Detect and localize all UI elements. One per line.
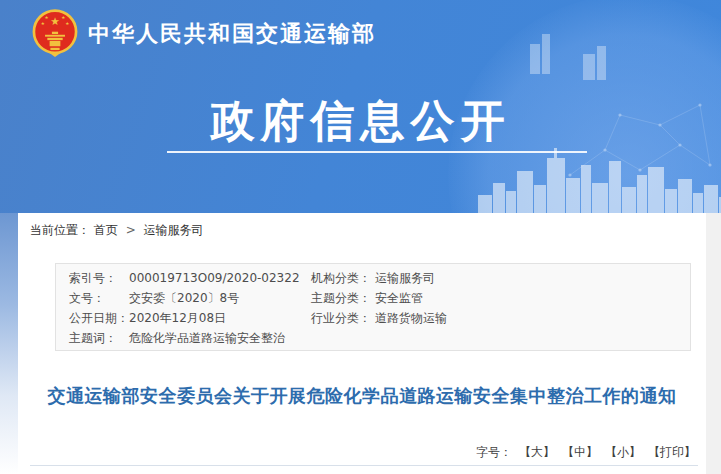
left-gradient-strip xyxy=(0,213,18,474)
meta-label: 主题词： xyxy=(56,329,129,348)
title-underline xyxy=(167,151,587,153)
svg-text:★: ★ xyxy=(45,15,49,20)
font-size-medium-button[interactable]: 【中】 xyxy=(562,445,598,459)
meta-value: 000019713O09/2020-02322 xyxy=(129,269,311,288)
meta-row: 索引号： 000019713O09/2020-02322 机构分类： 运输服务司 xyxy=(56,269,690,288)
print-button[interactable]: 【打印】 xyxy=(648,445,696,459)
breadcrumb-home-link[interactable]: 首页 xyxy=(94,223,118,237)
meta-label: 公开日期： xyxy=(56,309,129,328)
meta-value: 2020年12月08日 xyxy=(129,309,311,328)
meta-label: 主题分类： xyxy=(311,289,375,308)
meta-row: 文号： 交安委〔2020〕8号 主题分类： 安全监管 xyxy=(56,289,690,308)
meta-label: 文号： xyxy=(56,289,129,308)
meta-value: 道路货物运输 xyxy=(375,309,690,328)
scrollbar-track[interactable] xyxy=(706,213,721,474)
meta-label: 机构分类： xyxy=(311,269,375,288)
page-title: 政府信息公开 xyxy=(0,92,721,151)
bottom-divider xyxy=(30,465,698,466)
site-banner: ★ ★ ★ ★ ★ 中华人民共和国交通运输部 政府信息公开 xyxy=(0,0,721,213)
meta-label: 索引号： xyxy=(56,269,129,288)
document-title: 交通运输部安全委员会关于开展危险化学品道路运输安全集中整治工作的通知 xyxy=(37,381,687,411)
svg-text:★: ★ xyxy=(65,21,69,26)
meta-row: 公开日期： 2020年12月08日 行业分类： 道路货物运输 xyxy=(56,309,690,328)
content-panel: 当前位置： 首页 > 运输服务司 索引号： 000019713O09/2020-… xyxy=(18,213,706,474)
national-emblem-icon: ★ ★ ★ ★ ★ xyxy=(32,8,78,60)
breadcrumb-label: 当前位置： xyxy=(30,223,90,237)
font-size-toolbar: 字号：【大】【中】【小】【打印】 xyxy=(476,444,696,461)
breadcrumb-separator: > xyxy=(126,223,136,237)
meta-label: 行业分类： xyxy=(311,309,375,328)
svg-text:★: ★ xyxy=(41,21,45,26)
meta-value: 运输服务司 xyxy=(375,269,690,288)
meta-value: 危险化学品道路运输安全整治 xyxy=(129,329,311,348)
meta-value: 安全监管 xyxy=(375,289,690,308)
font-size-label: 字号： xyxy=(476,445,512,459)
breadcrumb-section-link[interactable]: 运输服务司 xyxy=(144,223,204,237)
svg-text:★: ★ xyxy=(50,15,60,28)
breadcrumb: 当前位置： 首页 > 运输服务司 xyxy=(30,222,204,239)
font-size-large-button[interactable]: 【大】 xyxy=(519,445,555,459)
site-name[interactable]: 中华人民共和国交通运输部 xyxy=(88,19,376,49)
meta-row: 主题词： 危险化学品道路运输安全整治 xyxy=(56,329,690,348)
meta-value: 交安委〔2020〕8号 xyxy=(129,289,311,308)
svg-text:★: ★ xyxy=(61,15,65,20)
meta-table: 索引号： 000019713O09/2020-02322 机构分类： 运输服务司… xyxy=(55,263,691,351)
font-size-small-button[interactable]: 【小】 xyxy=(605,445,641,459)
